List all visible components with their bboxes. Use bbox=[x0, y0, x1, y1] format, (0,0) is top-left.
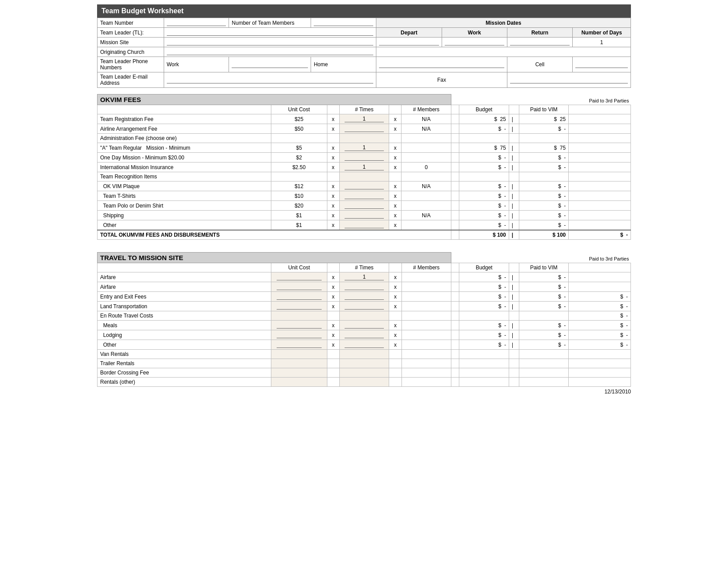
home-ph-input[interactable] bbox=[379, 61, 504, 68]
team-number-input-cell[interactable] bbox=[164, 18, 229, 28]
row-times-cell[interactable] bbox=[339, 124, 389, 134]
row-budget: $ - bbox=[459, 201, 509, 211]
row-label: OK VIM Plaque bbox=[98, 181, 271, 191]
mission-site-input-cell[interactable] bbox=[164, 38, 376, 47]
row-times-input[interactable] bbox=[345, 183, 384, 189]
row-paid-3rd bbox=[569, 201, 631, 211]
row-unit-cell[interactable] bbox=[271, 340, 327, 350]
return-date-input[interactable] bbox=[510, 39, 570, 45]
fax-input[interactable] bbox=[510, 77, 628, 83]
depart-date-input[interactable] bbox=[379, 39, 439, 45]
row-times-input[interactable] bbox=[345, 193, 384, 199]
row-x: x bbox=[327, 272, 339, 282]
okvim-col-times: # Times bbox=[339, 105, 389, 114]
email-input[interactable] bbox=[167, 77, 373, 83]
row-members bbox=[402, 201, 451, 211]
row-unit-cell[interactable] bbox=[271, 321, 327, 330]
row-unit-cell[interactable] bbox=[271, 330, 327, 340]
fax-label: Fax bbox=[376, 72, 507, 88]
home-ph-input-cell[interactable] bbox=[376, 57, 507, 72]
depart-date-input-cell[interactable] bbox=[376, 38, 442, 47]
row-budget: $ - bbox=[459, 211, 509, 220]
num-members-input[interactable] bbox=[314, 19, 373, 26]
row-times-cell[interactable] bbox=[339, 211, 389, 220]
originating-church-input[interactable] bbox=[167, 49, 373, 55]
fax-input-cell[interactable] bbox=[507, 72, 630, 88]
row-unit-input[interactable] bbox=[277, 293, 322, 300]
row-unit-input[interactable] bbox=[277, 332, 322, 338]
row-times-input[interactable] bbox=[345, 164, 384, 170]
row-times-input[interactable] bbox=[345, 293, 384, 300]
team-number-input[interactable] bbox=[167, 19, 226, 26]
row-times-input[interactable] bbox=[345, 222, 384, 228]
originating-church-input-cell[interactable] bbox=[164, 47, 376, 57]
row-unit-input[interactable] bbox=[277, 341, 322, 348]
row-times-input[interactable] bbox=[345, 212, 384, 219]
row-times-input[interactable] bbox=[345, 144, 384, 151]
row-unit-cell[interactable] bbox=[271, 302, 327, 311]
team-leader-input-cell[interactable] bbox=[164, 28, 376, 38]
table-row: Rentals (other) bbox=[98, 378, 631, 387]
cell-ph-input-cell[interactable] bbox=[573, 57, 631, 72]
row-unit-input[interactable] bbox=[277, 283, 322, 290]
mission-site-input[interactable] bbox=[167, 39, 373, 45]
row-label: Trailer Rentals bbox=[98, 359, 271, 368]
row-times-input[interactable] bbox=[345, 202, 384, 209]
row-x2: x bbox=[389, 153, 402, 162]
row-times-cell[interactable] bbox=[339, 272, 389, 282]
row-unit: $12 bbox=[271, 181, 327, 191]
work-ph-input-cell[interactable] bbox=[229, 57, 311, 72]
row-times-input[interactable] bbox=[345, 125, 384, 132]
row-times-cell[interactable] bbox=[339, 143, 389, 153]
work-date-input-cell[interactable] bbox=[442, 38, 507, 47]
row-unit-input[interactable] bbox=[277, 303, 322, 310]
row-times-cell[interactable] bbox=[339, 201, 389, 211]
row-unit-input[interactable] bbox=[277, 322, 322, 329]
row-unit-input[interactable] bbox=[277, 274, 322, 280]
row-paid-3rd bbox=[569, 191, 631, 201]
row-times-cell[interactable] bbox=[339, 340, 389, 350]
row-times-cell[interactable] bbox=[339, 330, 389, 340]
email-input-cell[interactable] bbox=[164, 72, 376, 88]
return-date-input-cell[interactable] bbox=[507, 38, 573, 47]
row-times-cell[interactable] bbox=[339, 292, 389, 302]
row-times-input[interactable] bbox=[345, 274, 384, 280]
row-times-input[interactable] bbox=[345, 154, 384, 161]
row-times-cell[interactable] bbox=[339, 181, 389, 191]
row-x: x bbox=[327, 321, 339, 330]
row-paid-3rd: $ - bbox=[569, 311, 631, 321]
row-times-cell[interactable] bbox=[339, 321, 389, 330]
row-times-input[interactable] bbox=[345, 116, 384, 122]
row-x: x bbox=[327, 292, 339, 302]
row-unit: $2.50 bbox=[271, 162, 327, 172]
row-times-cell[interactable] bbox=[339, 191, 389, 201]
num-members-input-cell[interactable] bbox=[311, 18, 376, 28]
row-times-cell[interactable] bbox=[339, 302, 389, 311]
row-times-input[interactable] bbox=[345, 322, 384, 329]
row-times-cell[interactable] bbox=[339, 220, 389, 230]
row-paid-vim: $ - bbox=[519, 272, 569, 282]
row-paid-vim: $ - bbox=[519, 211, 569, 220]
row-times-input[interactable] bbox=[345, 303, 384, 310]
row-unit-cell[interactable] bbox=[271, 282, 327, 292]
row-times-input[interactable] bbox=[345, 332, 384, 338]
row-x2: x bbox=[389, 321, 402, 330]
row-times-input[interactable] bbox=[345, 283, 384, 290]
row-times-input[interactable] bbox=[345, 341, 384, 348]
row-label: One Day Mission - Minimum $20.00 bbox=[98, 153, 271, 162]
row-x2: x bbox=[389, 292, 402, 302]
row-unit-cell[interactable] bbox=[271, 272, 327, 282]
row-unit-cell[interactable] bbox=[271, 292, 327, 302]
row-times-cell[interactable] bbox=[339, 282, 389, 292]
row-times-cell[interactable] bbox=[339, 153, 389, 162]
table-row: Team Registration Fee $25 x x N/A $ 25 |… bbox=[98, 114, 631, 124]
work-date-input[interactable] bbox=[445, 39, 504, 45]
okvim-col-x3 bbox=[451, 105, 459, 114]
row-times-cell[interactable] bbox=[339, 162, 389, 172]
cell-ph-input[interactable] bbox=[575, 61, 628, 68]
work-ph-input[interactable] bbox=[232, 61, 308, 68]
row-members bbox=[402, 220, 451, 230]
team-leader-input[interactable] bbox=[167, 29, 373, 36]
row-times-cell[interactable] bbox=[339, 114, 389, 124]
row-paid-vim: $ - bbox=[519, 201, 569, 211]
